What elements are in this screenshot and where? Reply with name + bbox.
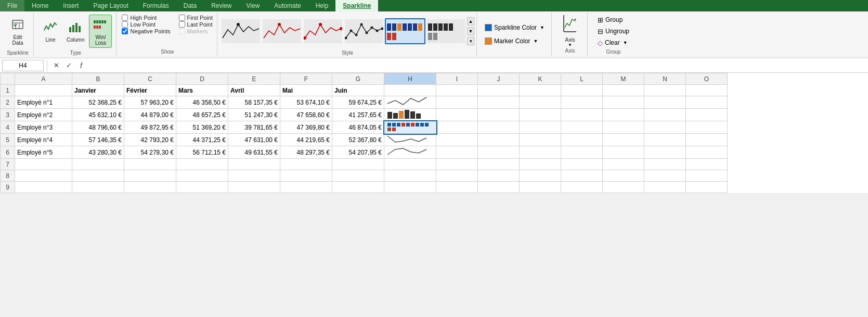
cell-a8[interactable] [15,170,72,182]
cell-f1[interactable]: Mai [280,85,332,96]
cell-n5[interactable] [644,134,686,146]
col-header-e[interactable]: E [228,73,280,85]
cell-f7[interactable] [280,159,332,170]
cell-m5[interactable] [603,134,644,146]
cell-d2[interactable]: 46 358,50 € [176,96,228,109]
cell-a1[interactable] [15,85,72,96]
clear-button[interactable]: ◇ Clear ▼ [593,37,634,48]
cell-n7[interactable] [644,159,686,170]
cell-g6[interactable]: 54 207,95 € [332,146,384,159]
cell-l9[interactable] [561,182,603,193]
cell-c1[interactable]: Février [124,85,176,96]
cell-l6[interactable] [561,146,603,159]
cell-l1[interactable] [561,85,603,96]
cell-b1[interactable]: Janvier [72,85,124,96]
row-header-8[interactable]: 8 [1,170,15,182]
line-button[interactable]: Line [39,15,62,48]
cell-e7[interactable] [228,159,280,170]
column-button[interactable]: Column [63,15,88,48]
col-header-d[interactable]: D [176,73,228,85]
cell-i1[interactable] [436,85,478,96]
cell-e3[interactable]: 51 247,30 € [228,109,280,121]
tab-formulas[interactable]: Formulas [136,0,176,11]
cell-n4[interactable] [644,121,686,134]
cell-f2[interactable]: 53 674,10 € [280,96,332,109]
row-header-1[interactable]: 1 [1,85,15,96]
tab-file[interactable]: File [0,0,24,11]
tab-page-layout[interactable]: Page Layout [86,0,135,11]
cell-i2[interactable] [436,96,478,109]
col-header-c[interactable]: C [124,73,176,85]
cell-a5[interactable]: Employé n°4 [15,134,72,146]
cell-o2[interactable] [686,96,728,109]
edit-data-button[interactable]: EditData [6,15,29,48]
col-header-m[interactable]: M [603,73,644,85]
cell-h9[interactable] [384,182,436,193]
cell-n3[interactable] [644,109,686,121]
cell-g2[interactable]: 59 674,25 € [332,96,384,109]
cell-a4[interactable]: Employé n°3 [15,121,72,134]
cell-m8[interactable] [603,170,644,182]
cell-n1[interactable] [644,85,686,96]
cell-d1[interactable]: Mars [176,85,228,96]
cell-j5[interactable] [478,134,520,146]
cell-e2[interactable]: 58 157,35 € [228,96,280,109]
cell-g5[interactable]: 52 367,80 € [332,134,384,146]
cell-h4[interactable] [384,121,436,134]
cell-l3[interactable] [561,109,603,121]
row-header-7[interactable]: 7 [1,159,15,170]
cell-o9[interactable] [686,182,728,193]
cell-g1[interactable]: Juin [332,85,384,96]
cell-e8[interactable] [228,170,280,182]
cell-k1[interactable] [520,85,561,96]
cell-d6[interactable]: 56 712,15 € [176,146,228,159]
row-header-4[interactable]: 4 [1,121,15,134]
cell-i9[interactable] [436,182,478,193]
cell-h8[interactable] [384,170,436,182]
col-header-a[interactable]: A [15,73,72,85]
cell-c6[interactable]: 54 278,30 € [124,146,176,159]
cell-a2[interactable]: Employé n°1 [15,96,72,109]
col-header-g[interactable]: G [332,73,384,85]
cell-m1[interactable] [603,85,644,96]
cell-d5[interactable]: 44 371,25 € [176,134,228,146]
cell-m6[interactable] [603,146,644,159]
cell-b5[interactable]: 57 146,35 € [72,134,124,146]
group-button[interactable]: ⊞ Group [593,15,634,25]
cell-h7[interactable] [384,159,436,170]
first-point-checkbox[interactable] [179,15,185,21]
cell-k6[interactable] [520,146,561,159]
cell-f6[interactable]: 48 297,35 € [280,146,332,159]
cell-o1[interactable] [686,85,728,96]
cell-c2[interactable]: 57 963,20 € [124,96,176,109]
cell-o7[interactable] [686,159,728,170]
cell-e9[interactable] [228,182,280,193]
cell-b9[interactable] [72,182,124,193]
cell-c8[interactable] [124,170,176,182]
axis-button[interactable]: Axis ▼ [557,14,583,47]
tab-data[interactable]: Data [176,0,204,11]
cell-j8[interactable] [478,170,520,182]
cell-j1[interactable] [478,85,520,96]
tab-review[interactable]: Review [204,0,239,11]
cell-e5[interactable]: 47 631,00 € [228,134,280,146]
col-header-k[interactable]: K [520,73,561,85]
row-header-2[interactable]: 2 [1,96,15,109]
cell-k7[interactable] [520,159,561,170]
col-header-b[interactable]: B [72,73,124,85]
row-header-6[interactable]: 6 [1,146,15,159]
cell-m3[interactable] [603,109,644,121]
cell-d7[interactable] [176,159,228,170]
high-point-checkbox[interactable] [122,15,128,21]
cell-g8[interactable] [332,170,384,182]
formula-input[interactable] [89,60,866,70]
cell-h3[interactable] [384,109,436,121]
cell-c9[interactable] [124,182,176,193]
col-header-j[interactable]: J [478,73,520,85]
cell-e4[interactable]: 39 781,65 € [228,121,280,134]
style-swatch-2[interactable] [262,18,302,44]
style-swatch-5[interactable] [385,18,425,44]
col-header-o[interactable]: O [686,73,728,85]
style-scroll-up[interactable]: ▲ [467,17,474,26]
low-point-checkbox[interactable] [122,21,128,28]
